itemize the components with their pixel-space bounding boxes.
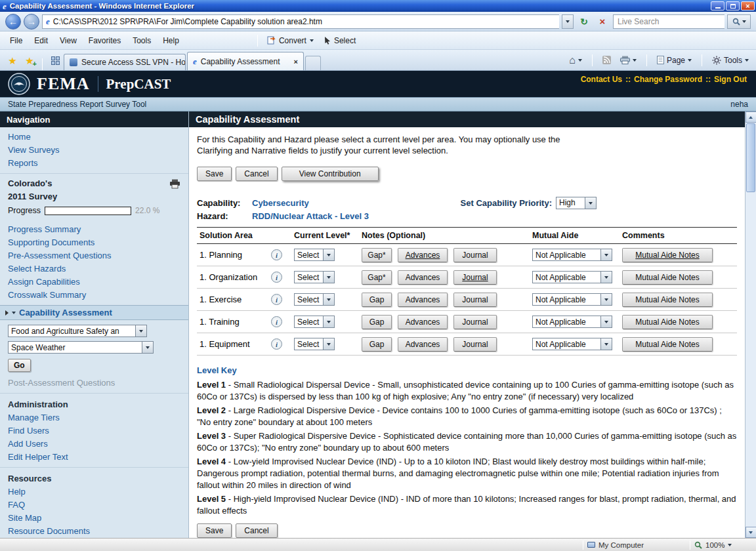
capability-select[interactable]: Food and Agriculture Safety an — [8, 325, 147, 337]
sidebar-item-reports[interactable]: Reports — [0, 157, 188, 170]
advances-button[interactable]: Advances — [398, 270, 448, 285]
journal-button[interactable]: Journal — [453, 315, 497, 329]
menu-file[interactable]: File — [4, 33, 28, 49]
mutual-aide-notes-button[interactable]: Mutual Aide Notes — [622, 270, 713, 285]
sidebar-item-assign-capabilities[interactable]: Assign Capabilities — [0, 276, 188, 289]
journal-button[interactable]: Journal — [453, 248, 497, 262]
mutual-aide-notes-button[interactable]: Mutual Aide Notes — [622, 315, 713, 329]
sidebar-item-manage-tiers[interactable]: Manage Tiers — [0, 411, 188, 424]
mutual-aide-select[interactable]: Not Applicable — [532, 271, 612, 283]
sidebar-item-crosswalk-summary[interactable]: Crosswalk Summary — [0, 289, 188, 302]
current-level-select[interactable]: Select — [294, 249, 335, 261]
address-bar[interactable]: e C:\CAS\SPR\2012 SPR\PRA\For Jim\Comple… — [42, 14, 559, 29]
journal-button[interactable]: Journal — [453, 293, 497, 307]
menu-tools[interactable]: Tools — [127, 33, 157, 49]
menu-help[interactable]: Help — [157, 33, 185, 49]
sidebar-item-supporting-documents[interactable]: Supporting Documents — [0, 236, 188, 249]
current-level-select[interactable]: Select — [294, 338, 335, 350]
mutual-aide-notes-button[interactable]: Mutual Aide Notes — [622, 337, 713, 352]
sidebar-item-pre-assessment-questions[interactable]: Pre-Assessment Questions — [0, 249, 188, 262]
back-button[interactable]: ← — [5, 14, 21, 30]
sidebar-item-find-users[interactable]: Find Users — [0, 424, 188, 438]
mutual-aide-notes-button[interactable]: Mutual Aide Notes — [622, 293, 713, 307]
stop-button[interactable]: × — [595, 14, 610, 29]
advances-button[interactable]: Advances — [398, 337, 448, 352]
advances-button[interactable]: Advances — [398, 248, 448, 262]
priority-select[interactable]: High — [556, 197, 597, 209]
info-icon[interactable]: i — [271, 338, 282, 350]
advances-button[interactable]: Advances — [398, 293, 448, 307]
vertical-scrollbar[interactable] — [745, 112, 756, 538]
favorites-button[interactable]: ★ — [4, 52, 21, 69]
view-contribution-button[interactable]: View Contribution — [282, 167, 379, 181]
new-tab-stub[interactable] — [305, 56, 321, 70]
sidebar-item-resource-documents[interactable]: Resource Documents — [0, 525, 188, 538]
forward-button[interactable]: → — [24, 14, 39, 30]
sidebar-item-edit-helper-text[interactable]: Edit Helper Text — [0, 451, 188, 464]
feeds-button[interactable] — [599, 52, 614, 68]
mutual-aide-select[interactable]: Not Applicable — [532, 293, 612, 306]
close-button[interactable]: × — [741, 1, 755, 10]
sidebar-item-view-surveys[interactable]: View Surveys — [0, 144, 188, 157]
sidebar-item-faq[interactable]: FAQ — [0, 499, 188, 512]
restore-button[interactable] — [726, 1, 740, 10]
sidebar-item-progress-summary[interactable]: Progress Summary — [0, 223, 188, 236]
add-favorite-button[interactable]: ★ + — [21, 52, 38, 69]
advances-button[interactable]: Advances — [398, 315, 448, 329]
tab-close-icon[interactable]: × — [294, 58, 298, 66]
sidebar-item-help[interactable]: Help — [0, 485, 188, 499]
sidebar-item-add-users[interactable]: Add Users — [0, 438, 188, 451]
current-level-select[interactable]: Select — [294, 271, 335, 283]
cancel-button-bottom[interactable]: Cancel — [236, 523, 277, 538]
print-button[interactable] — [617, 52, 640, 68]
menu-edit[interactable]: Edit — [28, 33, 54, 49]
address-dropdown-button[interactable] — [562, 14, 574, 29]
sidebar-item-home[interactable]: Home — [0, 131, 188, 144]
search-button[interactable] — [727, 14, 751, 29]
go-button[interactable]: Go — [8, 359, 31, 372]
sidebar-item-site-map[interactable]: Site Map — [0, 512, 188, 525]
sidebar-item-capability-assessment[interactable]: Capability Assessment — [0, 305, 188, 320]
zoom-control[interactable]: 100% — [694, 541, 752, 549]
info-icon[interactable]: i — [271, 272, 282, 283]
mutual-aide-select[interactable]: Not Applicable — [532, 249, 612, 261]
scroll-down-button[interactable] — [746, 527, 756, 538]
journal-button[interactable]: Journal — [453, 270, 497, 285]
refresh-button[interactable]: ↻ — [576, 14, 592, 29]
print-icon[interactable] — [169, 179, 180, 189]
current-level-select[interactable]: Select — [294, 293, 335, 306]
current-level-select[interactable]: Select — [294, 316, 335, 328]
home-button[interactable]: ⌂ — [566, 52, 585, 68]
search-input[interactable]: Live Search — [613, 14, 724, 29]
gap-button[interactable]: Gap* — [362, 248, 392, 262]
cancel-button[interactable]: Cancel — [236, 167, 277, 181]
scroll-up-button[interactable] — [746, 112, 756, 123]
gap-button[interactable]: Gap* — [362, 270, 392, 285]
gap-button[interactable]: Gap — [362, 315, 392, 329]
menu-favorites[interactable]: Favorites — [83, 33, 127, 49]
hazard-select[interactable]: Space Weather — [8, 341, 154, 354]
info-icon[interactable]: i — [271, 294, 282, 305]
save-button[interactable]: Save — [197, 167, 232, 181]
info-icon[interactable]: i — [271, 249, 282, 260]
contact-us-link[interactable]: Contact Us — [581, 75, 622, 84]
sidebar-item-select-hazards[interactable]: Select Hazards — [0, 262, 188, 276]
gap-button[interactable]: Gap — [362, 337, 392, 352]
convert-button[interactable]: Convert — [262, 33, 319, 48]
mutual-aide-notes-button[interactable]: Mutual Aide Notes — [622, 248, 713, 262]
info-icon[interactable]: i — [271, 316, 282, 327]
select-button[interactable]: Select — [319, 33, 361, 48]
menu-view[interactable]: View — [54, 33, 83, 49]
tab-ssl-vpn[interactable]: Secure Access SSL VPN - Home — [64, 54, 186, 70]
page-menu-button[interactable]: Page — [654, 52, 695, 68]
save-button-bottom[interactable]: Save — [197, 523, 232, 538]
minimize-button[interactable] — [711, 1, 724, 10]
tab-capability-assessment[interactable]: e Capability Assessment × — [187, 52, 304, 70]
mutual-aide-select[interactable]: Not Applicable — [532, 316, 612, 328]
quick-tabs-button[interactable] — [47, 52, 64, 69]
mutual-aide-select[interactable]: Not Applicable — [532, 338, 612, 350]
gap-button[interactable]: Gap — [362, 293, 392, 307]
scrollbar-thumb[interactable] — [746, 123, 755, 192]
tools-menu-button[interactable]: Tools — [709, 52, 752, 68]
change-password-link[interactable]: Change Password — [634, 75, 702, 84]
